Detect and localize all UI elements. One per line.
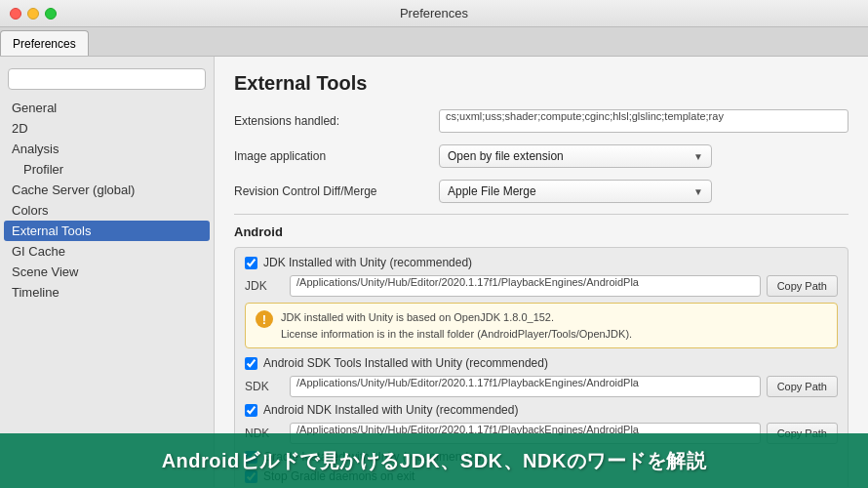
- sdk-checkbox-label: Android SDK Tools Installed with Unity (…: [263, 356, 548, 370]
- jdk-copy-path-button[interactable]: Copy Path: [767, 275, 838, 297]
- chevron-down-icon-2: ▼: [693, 186, 703, 197]
- revision-control-dropdown[interactable]: Apple File Merge ▼: [439, 180, 712, 203]
- warning-text-line1: JDK installed with Unity is based on Ope…: [281, 311, 554, 323]
- sidebar-item-2d[interactable]: 2D: [0, 118, 214, 139]
- sidebar-item-colors[interactable]: Colors: [0, 200, 214, 221]
- sidebar-item-scene-view[interactable]: Scene View: [0, 262, 214, 282]
- sidebar-search-input[interactable]: [8, 68, 206, 90]
- sidebar-item-timeline[interactable]: Timeline: [0, 282, 214, 303]
- window-title: Preferences: [400, 6, 468, 20]
- page-title: External Tools: [234, 72, 848, 95]
- tab-bar: Preferences: [0, 27, 868, 57]
- warning-text: JDK installed with Unity is based on Ope…: [281, 309, 632, 342]
- image-application-dropdown-value: Open by file extension: [448, 149, 564, 163]
- revision-control-row: Revision Control Diff/Merge Apple File M…: [234, 179, 848, 204]
- jdk-path-row: JDK /Applications/Unity/Hub/Editor/2020.…: [245, 275, 838, 297]
- sidebar-item-analysis[interactable]: Analysis: [0, 139, 214, 159]
- extensions-value-container: cs;uxml;uss;shader;compute;cginc;hlsl;gl…: [439, 109, 848, 133]
- sidebar-item-gi-cache[interactable]: GI Cache: [0, 241, 214, 262]
- content-area: External Tools Extensions handled: cs;ux…: [215, 57, 868, 487]
- warning-text-line2: License information is in the install fo…: [281, 328, 632, 340]
- minimize-button[interactable]: [27, 8, 39, 20]
- divider: [234, 214, 848, 215]
- main-layout: General 2D Analysis Profiler Cache Serve…: [0, 57, 868, 487]
- extensions-row: Extensions handled: cs;uxml;uss;shader;c…: [234, 108, 848, 134]
- image-application-row: Image application Open by file extension…: [234, 143, 848, 169]
- jdk-warning-box: ! JDK installed with Unity is based on O…: [245, 303, 838, 348]
- sidebar-search-container: [0, 64, 214, 98]
- sidebar-item-profiler[interactable]: Profiler: [0, 159, 214, 180]
- extensions-field[interactable]: cs;uxml;uss;shader;compute;cginc;hlsl;gl…: [439, 109, 848, 133]
- title-bar: Preferences: [0, 0, 868, 27]
- sdk-path-field[interactable]: /Applications/Unity/Hub/Editor/2020.1.17…: [290, 376, 761, 397]
- image-application-value-container: Open by file extension ▼: [439, 144, 848, 168]
- chevron-down-icon: ▼: [693, 151, 703, 162]
- extensions-label: Extensions handled:: [234, 114, 439, 128]
- sdk-label: SDK: [245, 380, 290, 393]
- maximize-button[interactable]: [45, 8, 57, 20]
- image-application-dropdown[interactable]: Open by file extension ▼: [439, 144, 712, 168]
- jdk-checkbox-label: JDK Installed with Unity (recommended): [263, 256, 472, 269]
- ndk-checkbox-label: Android NDK Installed with Unity (recomm…: [263, 403, 518, 417]
- sdk-path-row: SDK /Applications/Unity/Hub/Editor/2020.…: [245, 376, 838, 397]
- ndk-checkbox-row: Android NDK Installed with Unity (recomm…: [245, 403, 838, 417]
- sidebar-item-general[interactable]: General: [0, 98, 214, 118]
- jdk-label: JDK: [245, 279, 290, 293]
- tab-preferences-label: Preferences: [13, 37, 76, 51]
- bottom-banner-text: Androidビルドで見かけるJDK、SDK、NDKのワードを解説: [162, 448, 707, 474]
- revision-control-value-container: Apple File Merge ▼: [439, 180, 848, 203]
- android-section-title: Android: [234, 224, 848, 239]
- sidebar: General 2D Analysis Profiler Cache Serve…: [0, 57, 215, 487]
- sdk-checkbox-row: Android SDK Tools Installed with Unity (…: [245, 356, 838, 370]
- jdk-path-field[interactable]: /Applications/Unity/Hub/Editor/2020.1.17…: [290, 275, 761, 297]
- sdk-copy-path-button[interactable]: Copy Path: [767, 376, 838, 397]
- image-application-label: Image application: [234, 149, 439, 163]
- tab-preferences[interactable]: Preferences: [0, 30, 89, 56]
- sdk-checkbox[interactable]: [245, 357, 257, 370]
- bottom-banner: Androidビルドで見かけるJDK、SDK、NDKのワードを解説: [0, 433, 868, 488]
- ndk-checkbox[interactable]: [245, 404, 257, 417]
- revision-control-label: Revision Control Diff/Merge: [234, 184, 439, 198]
- window-controls: [10, 8, 57, 20]
- jdk-checkbox-row: JDK Installed with Unity (recommended): [245, 256, 838, 269]
- sidebar-item-cache-server[interactable]: Cache Server (global): [0, 180, 214, 200]
- sidebar-item-external-tools[interactable]: External Tools: [4, 221, 210, 241]
- revision-control-dropdown-value: Apple File Merge: [448, 184, 536, 198]
- warning-icon: !: [256, 310, 273, 328]
- jdk-checkbox[interactable]: [245, 257, 257, 269]
- close-button[interactable]: [10, 8, 21, 20]
